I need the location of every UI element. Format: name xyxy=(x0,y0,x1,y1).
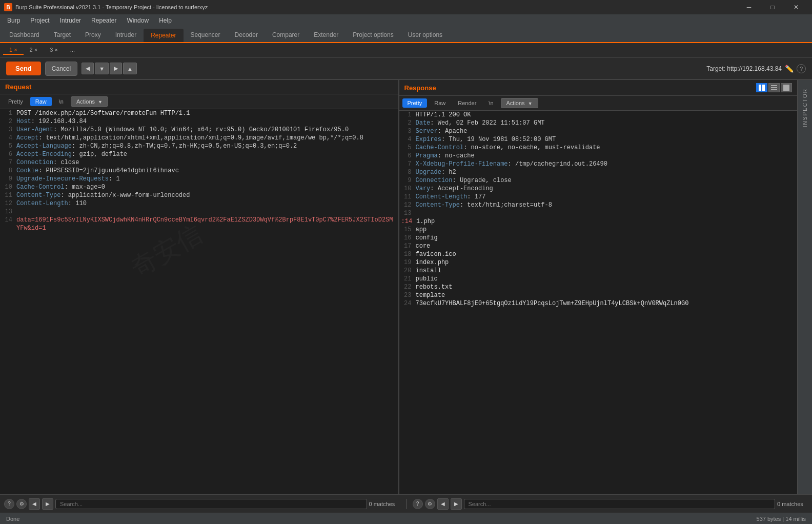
nav-forward-button[interactable]: ▶ xyxy=(110,63,122,74)
res-line-23: 23 template xyxy=(399,291,798,299)
tab-dashboard[interactable]: Dashboard xyxy=(2,28,47,42)
request-toolbar: Pretty Raw \n Actions ▼ xyxy=(0,94,398,109)
svg-text:B: B xyxy=(6,5,10,10)
req-line-13: 13 xyxy=(0,208,398,216)
res-settings-button[interactable]: ⚙ xyxy=(425,499,435,509)
view-list-btn[interactable] xyxy=(768,83,780,92)
tab-user-options[interactable]: User options xyxy=(401,28,450,42)
nav-down-button[interactable]: ▼ xyxy=(95,63,109,74)
cancel-button[interactable]: Cancel xyxy=(45,62,77,76)
res-line-11: 11 Content-Length: 177 xyxy=(399,193,798,201)
tab-extender[interactable]: Extender xyxy=(307,28,346,42)
res-line-22: 22 rebots.txt xyxy=(399,283,798,291)
edit-target-icon[interactable]: ✏️ xyxy=(785,65,794,73)
nav-back-button[interactable]: ◀ xyxy=(82,63,94,74)
view-split-btn[interactable] xyxy=(756,83,767,92)
req-search-back-button[interactable]: ◀ xyxy=(29,498,40,510)
res-help-button[interactable]: ? xyxy=(413,499,423,509)
request-actions-button[interactable]: Actions ▼ xyxy=(71,96,108,107)
tab-intruder[interactable]: Intruder xyxy=(108,28,144,42)
res-line-9: 9 Connection: Upgrade, close xyxy=(399,176,798,185)
menu-project[interactable]: Project xyxy=(25,16,54,25)
menu-intruder[interactable]: Intruder xyxy=(55,16,86,25)
status-right: 537 bytes | 14 millis xyxy=(757,516,806,522)
subtab-more[interactable]: ... xyxy=(64,46,81,55)
req-line-5: 5 Accept-Language: zh-CN,zh;q=0.8,zh-TW;… xyxy=(0,142,398,150)
tab-decoder[interactable]: Decoder xyxy=(228,28,265,42)
inspector-label: INSPECTOR xyxy=(802,84,808,131)
response-search-input[interactable] xyxy=(464,499,776,509)
view-single-btn[interactable] xyxy=(781,83,792,92)
res-search-back-button[interactable]: ◀ xyxy=(437,498,449,510)
tab-sequencer[interactable]: Sequencer xyxy=(184,28,228,42)
send-button[interactable]: Send xyxy=(6,62,41,75)
req-search-forward-button[interactable]: ▶ xyxy=(42,498,53,510)
svg-rect-2 xyxy=(759,85,761,91)
request-tab-pretty[interactable]: Pretty xyxy=(3,97,28,106)
help-icon[interactable]: ? xyxy=(797,64,806,73)
tab-project-options[interactable]: Project options xyxy=(346,28,400,42)
subtab-1[interactable]: 1 × xyxy=(3,46,24,55)
nav-up-button[interactable]: ▲ xyxy=(123,63,137,74)
res-line-24: 24 73ecfkU7YHBALF8jE0+65tgqOz1LdYl9PcqsL… xyxy=(399,299,798,308)
response-tab-pretty[interactable]: Pretty xyxy=(402,98,428,108)
request-tab-ln[interactable]: \n xyxy=(54,97,69,106)
menu-window[interactable]: Window xyxy=(121,16,154,25)
request-tab-raw[interactable]: Raw xyxy=(30,97,52,106)
res-line-20: 20 install xyxy=(399,267,798,275)
maximize-button[interactable]: □ xyxy=(761,0,784,14)
tab-proxy[interactable]: Proxy xyxy=(78,28,108,42)
svg-rect-7 xyxy=(783,85,789,91)
menu-repeater[interactable]: Repeater xyxy=(86,16,121,25)
target-label: Target: http://192.168.43.84 xyxy=(706,65,782,72)
res-line-12: 12 Content-Type: text/html;charset=utf-8 xyxy=(399,201,798,209)
req-help-button[interactable]: ? xyxy=(4,499,14,509)
req-line-7: 7 Connection: close xyxy=(0,158,398,167)
res-line-8: 8 Upgrade: h2 xyxy=(399,168,798,176)
req-line-1: 1 POST /index.php/api/Software/remoteFun… xyxy=(0,109,398,117)
titlebar: B Burp Suite Professional v2021.3.1 - Te… xyxy=(0,0,812,14)
response-content: 1 HTTP/1.1 200 OK 2 Date: Wed, 02 Feb 20… xyxy=(399,111,798,494)
window-controls: ─ □ ✕ xyxy=(737,0,808,14)
menu-help[interactable]: Help xyxy=(154,16,177,25)
subtab-2[interactable]: 2 × xyxy=(24,46,44,55)
tab-target[interactable]: Target xyxy=(47,28,78,42)
statusbar: Done 537 bytes | 14 millis xyxy=(0,513,812,524)
req-line-9: 9 Upgrade-Insecure-Requests: 1 xyxy=(0,175,398,183)
subtab-3[interactable]: 3 × xyxy=(44,46,64,55)
close-button[interactable]: ✕ xyxy=(784,0,808,14)
res-line-5: 5 Cache-Control: no-store, no-cache, mus… xyxy=(399,144,798,152)
req-settings-button[interactable]: ⚙ xyxy=(16,499,27,509)
window-title: Burp Suite Professional v2021.3.1 - Temp… xyxy=(15,4,737,10)
res-line-14: :14 1.php xyxy=(399,217,798,226)
req-line-12: 12 Content-Length: 110 xyxy=(0,199,398,208)
minimize-button[interactable]: ─ xyxy=(737,0,761,14)
response-search-section: ? ⚙ ◀ ▶ 0 matches xyxy=(413,498,808,510)
req-line-4: 4 Accept: text/html,application/xhtml+xm… xyxy=(0,134,398,142)
repeater-subtabs: 1 × 2 × 3 × ... xyxy=(0,43,812,57)
response-tab-ln[interactable]: \n xyxy=(483,98,498,108)
res-line-19: 19 index.php xyxy=(399,258,798,267)
res-line-10: 10 Vary: Accept-Encoding xyxy=(399,185,798,193)
request-search-input[interactable] xyxy=(55,499,367,509)
bottom-search-bar: ? ⚙ ◀ ▶ 0 matches ? ⚙ ◀ ▶ 0 matches xyxy=(0,494,812,513)
svg-rect-4 xyxy=(771,85,777,86)
response-actions-button[interactable]: Actions ▼ xyxy=(501,98,538,108)
search-divider xyxy=(406,499,407,509)
res-line-15: 15 app xyxy=(399,226,798,234)
request-content: 1 POST /index.php/api/Software/remoteFun… xyxy=(0,109,398,494)
res-search-forward-button[interactable]: ▶ xyxy=(451,498,462,510)
req-line-10: 10 Cache-Control: max-age=0 xyxy=(0,183,398,191)
response-tab-render[interactable]: Render xyxy=(453,98,481,108)
request-search-section: ? ⚙ ◀ ▶ 0 matches xyxy=(4,498,400,510)
res-line-3: 3 Server: Apache xyxy=(399,127,798,135)
inspector-panel: INSPECTOR xyxy=(798,80,812,494)
req-line-3: 3 User-Agent: Mozilla/5.0 (Windows NT 10… xyxy=(0,126,398,134)
menu-burp[interactable]: Burp xyxy=(2,16,25,25)
tab-comparer[interactable]: Comparer xyxy=(265,28,307,42)
request-matches-label: 0 matches xyxy=(369,501,400,507)
response-header: Response xyxy=(404,84,436,92)
res-line-17: 17 core xyxy=(399,242,798,250)
tab-repeater[interactable]: Repeater xyxy=(144,29,183,43)
response-tab-raw[interactable]: Raw xyxy=(429,98,451,108)
